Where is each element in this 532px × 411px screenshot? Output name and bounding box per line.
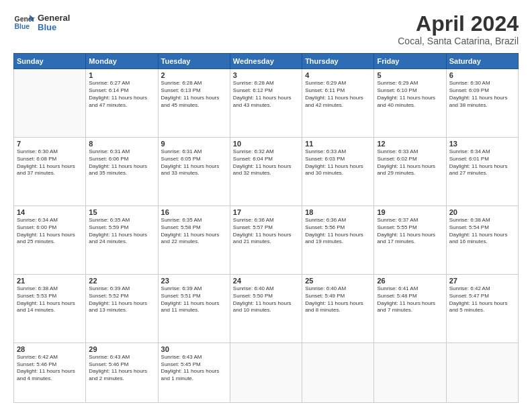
day-number: 1 bbox=[89, 71, 154, 79]
cell-info: Sunrise: 6:28 AMSunset: 6:12 PMDaylight:… bbox=[233, 80, 299, 109]
location: Cocal, Santa Catarina, Brazil bbox=[398, 36, 519, 46]
col-header-tuesday: Tuesday bbox=[158, 54, 230, 69]
calendar-cell: 5Sunrise: 6:29 AMSunset: 6:10 PMDaylight… bbox=[374, 69, 446, 138]
cell-info: Sunrise: 6:40 AMSunset: 5:50 PMDaylight:… bbox=[233, 285, 299, 314]
day-number: 9 bbox=[161, 140, 227, 148]
calendar-cell: 4Sunrise: 6:29 AMSunset: 6:11 PMDaylight… bbox=[302, 69, 374, 138]
calendar-cell: 20Sunrise: 6:38 AMSunset: 5:54 PMDayligh… bbox=[446, 206, 518, 275]
cell-info: Sunrise: 6:33 AMSunset: 6:02 PMDaylight:… bbox=[377, 148, 443, 177]
week-row-1: 7Sunrise: 6:30 AMSunset: 6:08 PMDaylight… bbox=[14, 138, 519, 206]
calendar-cell: 22Sunrise: 6:39 AMSunset: 5:52 PMDayligh… bbox=[86, 274, 158, 342]
day-number: 30 bbox=[161, 345, 227, 353]
calendar-cell: 15Sunrise: 6:35 AMSunset: 5:59 PMDayligh… bbox=[86, 206, 158, 275]
day-number: 6 bbox=[449, 71, 515, 79]
day-number: 26 bbox=[377, 277, 443, 285]
cell-info: Sunrise: 6:29 AMSunset: 6:11 PMDaylight:… bbox=[305, 80, 371, 109]
day-number: 15 bbox=[89, 208, 154, 216]
cell-info: Sunrise: 6:34 AMSunset: 6:01 PMDaylight:… bbox=[449, 148, 515, 177]
calendar-cell: 18Sunrise: 6:36 AMSunset: 5:56 PMDayligh… bbox=[302, 206, 374, 275]
calendar-cell bbox=[374, 342, 446, 402]
cell-info: Sunrise: 6:29 AMSunset: 6:10 PMDaylight:… bbox=[377, 80, 443, 109]
logo: General Blue General Blue bbox=[13, 12, 70, 34]
day-number: 27 bbox=[449, 277, 515, 285]
calendar-cell: 8Sunrise: 6:31 AMSunset: 6:06 PMDaylight… bbox=[86, 138, 158, 206]
day-number: 28 bbox=[17, 345, 83, 353]
col-header-sunday: Sunday bbox=[14, 54, 86, 69]
cell-info: Sunrise: 6:28 AMSunset: 6:13 PMDaylight:… bbox=[161, 80, 227, 109]
cell-info: Sunrise: 6:36 AMSunset: 5:57 PMDaylight:… bbox=[233, 217, 299, 246]
cell-info: Sunrise: 6:30 AMSunset: 6:08 PMDaylight:… bbox=[17, 148, 83, 177]
col-header-monday: Monday bbox=[86, 54, 158, 69]
day-number: 25 bbox=[305, 277, 371, 285]
cell-info: Sunrise: 6:32 AMSunset: 6:04 PMDaylight:… bbox=[233, 148, 299, 177]
day-number: 5 bbox=[377, 71, 443, 79]
cell-info: Sunrise: 6:39 AMSunset: 5:52 PMDaylight:… bbox=[89, 285, 154, 314]
calendar-cell: 19Sunrise: 6:37 AMSunset: 5:55 PMDayligh… bbox=[374, 206, 446, 275]
cell-info: Sunrise: 6:43 AMSunset: 5:46 PMDaylight:… bbox=[89, 354, 154, 383]
cell-info: Sunrise: 6:33 AMSunset: 6:03 PMDaylight:… bbox=[305, 148, 371, 177]
week-row-3: 21Sunrise: 6:38 AMSunset: 5:53 PMDayligh… bbox=[14, 274, 519, 342]
calendar-cell: 29Sunrise: 6:43 AMSunset: 5:46 PMDayligh… bbox=[86, 342, 158, 402]
cell-info: Sunrise: 6:27 AMSunset: 6:14 PMDaylight:… bbox=[89, 80, 154, 109]
calendar-cell: 25Sunrise: 6:40 AMSunset: 5:49 PMDayligh… bbox=[302, 274, 374, 342]
cell-info: Sunrise: 6:35 AMSunset: 5:59 PMDaylight:… bbox=[89, 217, 154, 246]
calendar-cell: 14Sunrise: 6:34 AMSunset: 6:00 PMDayligh… bbox=[14, 206, 86, 275]
cell-info: Sunrise: 6:42 AMSunset: 5:47 PMDaylight:… bbox=[449, 285, 515, 314]
title-block: April 2024 Cocal, Santa Catarina, Brazil bbox=[398, 12, 519, 46]
day-number: 16 bbox=[161, 208, 227, 216]
calendar-cell: 10Sunrise: 6:32 AMSunset: 6:04 PMDayligh… bbox=[230, 138, 302, 206]
col-header-saturday: Saturday bbox=[446, 54, 518, 69]
day-number: 14 bbox=[17, 208, 83, 216]
calendar-cell: 26Sunrise: 6:41 AMSunset: 5:48 PMDayligh… bbox=[374, 274, 446, 342]
week-row-2: 14Sunrise: 6:34 AMSunset: 6:00 PMDayligh… bbox=[14, 206, 519, 275]
day-number: 29 bbox=[89, 345, 154, 353]
calendar-cell: 9Sunrise: 6:31 AMSunset: 6:05 PMDaylight… bbox=[158, 138, 230, 206]
day-number: 24 bbox=[233, 277, 299, 285]
day-number: 4 bbox=[305, 71, 371, 79]
day-number: 11 bbox=[305, 140, 371, 148]
day-number: 13 bbox=[449, 140, 515, 148]
cell-info: Sunrise: 6:43 AMSunset: 5:45 PMDaylight:… bbox=[161, 354, 227, 383]
week-row-0: 1Sunrise: 6:27 AMSunset: 6:14 PMDaylight… bbox=[14, 69, 519, 138]
col-header-thursday: Thursday bbox=[302, 54, 374, 69]
calendar-cell: 24Sunrise: 6:40 AMSunset: 5:50 PMDayligh… bbox=[230, 274, 302, 342]
logo-icon: General Blue bbox=[13, 12, 35, 34]
calendar-cell: 3Sunrise: 6:28 AMSunset: 6:12 PMDaylight… bbox=[230, 69, 302, 138]
cell-info: Sunrise: 6:38 AMSunset: 5:54 PMDaylight:… bbox=[449, 217, 515, 246]
calendar-cell: 7Sunrise: 6:30 AMSunset: 6:08 PMDaylight… bbox=[14, 138, 86, 206]
calendar-cell: 17Sunrise: 6:36 AMSunset: 5:57 PMDayligh… bbox=[230, 206, 302, 275]
calendar-cell: 21Sunrise: 6:38 AMSunset: 5:53 PMDayligh… bbox=[14, 274, 86, 342]
day-number: 12 bbox=[377, 140, 443, 148]
cell-info: Sunrise: 6:41 AMSunset: 5:48 PMDaylight:… bbox=[377, 285, 443, 314]
cell-info: Sunrise: 6:31 AMSunset: 6:06 PMDaylight:… bbox=[89, 148, 154, 177]
cell-info: Sunrise: 6:37 AMSunset: 5:55 PMDaylight:… bbox=[377, 217, 443, 246]
cell-info: Sunrise: 6:38 AMSunset: 5:53 PMDaylight:… bbox=[17, 285, 83, 314]
day-number: 18 bbox=[305, 208, 371, 216]
calendar-cell: 11Sunrise: 6:33 AMSunset: 6:03 PMDayligh… bbox=[302, 138, 374, 206]
day-number: 10 bbox=[233, 140, 299, 148]
page: General Blue General Blue April 2024 Coc… bbox=[0, 0, 532, 411]
calendar-cell: 13Sunrise: 6:34 AMSunset: 6:01 PMDayligh… bbox=[446, 138, 518, 206]
calendar-cell: 12Sunrise: 6:33 AMSunset: 6:02 PMDayligh… bbox=[374, 138, 446, 206]
cell-info: Sunrise: 6:34 AMSunset: 6:00 PMDaylight:… bbox=[17, 217, 83, 246]
cell-info: Sunrise: 6:36 AMSunset: 5:56 PMDaylight:… bbox=[305, 217, 371, 246]
calendar-cell: 6Sunrise: 6:30 AMSunset: 6:09 PMDaylight… bbox=[446, 69, 518, 138]
calendar-cell: 23Sunrise: 6:39 AMSunset: 5:51 PMDayligh… bbox=[158, 274, 230, 342]
calendar-cell bbox=[302, 342, 374, 402]
col-header-wednesday: Wednesday bbox=[230, 54, 302, 69]
day-number: 3 bbox=[233, 71, 299, 79]
calendar-cell: 1Sunrise: 6:27 AMSunset: 6:14 PMDaylight… bbox=[86, 69, 158, 138]
day-number: 21 bbox=[17, 277, 83, 285]
cell-info: Sunrise: 6:39 AMSunset: 5:51 PMDaylight:… bbox=[161, 285, 227, 314]
calendar-table: SundayMondayTuesdayWednesdayThursdayFrid… bbox=[13, 53, 519, 403]
cell-info: Sunrise: 6:31 AMSunset: 6:05 PMDaylight:… bbox=[161, 148, 227, 177]
day-number: 22 bbox=[89, 277, 154, 285]
calendar-cell: 30Sunrise: 6:43 AMSunset: 5:45 PMDayligh… bbox=[158, 342, 230, 402]
col-header-friday: Friday bbox=[374, 54, 446, 69]
calendar-cell: 16Sunrise: 6:35 AMSunset: 5:58 PMDayligh… bbox=[158, 206, 230, 275]
day-number: 17 bbox=[233, 208, 299, 216]
day-number: 8 bbox=[89, 140, 154, 148]
day-number: 7 bbox=[17, 140, 83, 148]
cell-info: Sunrise: 6:35 AMSunset: 5:58 PMDaylight:… bbox=[161, 217, 227, 246]
header: General Blue General Blue April 2024 Coc… bbox=[13, 12, 519, 46]
